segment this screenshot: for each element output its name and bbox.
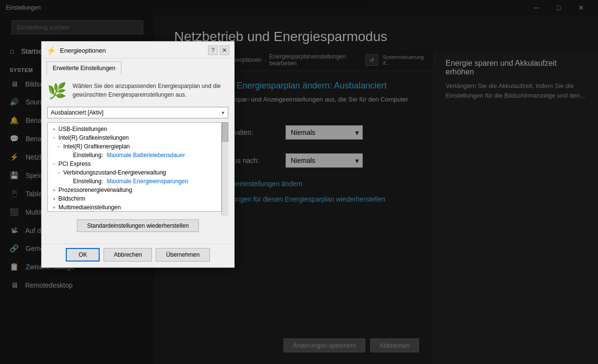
tree-scrollbar[interactable] [222,122,228,216]
dialog-tab-advanced[interactable]: Erweiterte Einstellungen [46,61,121,75]
tree-expand-screen: + [53,196,56,202]
dialog-intro-text: Wählen Sie den anzupassenden Energiespar… [73,82,228,99]
dialog-body: 🌿 Wählen Sie den anzupassenden Energiesp… [42,75,234,244]
dialog-tree-container: + USB-Einstellungen − Intel(R) Grafikein… [47,122,228,216]
dialog-help-button[interactable]: ? [208,45,218,55]
tree-item-pci: − PCI Express [48,160,221,168]
tree-setting-label-savings: Einstellung: [73,178,105,185]
dialog-apply-button[interactable]: Übernehmen [156,248,209,262]
tree-label-intel: Intel(R) Grafikeinstellungen [59,134,129,141]
dialog-overlay: ⚡ Energieoptionen ? ✕ Erweiterte Einstel… [0,0,598,364]
tree-scrollbar-thumb [222,122,228,142]
dialog-footer: OK Abbrechen Übernehmen [42,244,234,267]
dialog-title-buttons: ? ✕ [208,45,229,55]
dialog-close-button[interactable]: ✕ [220,45,229,55]
tree-expand-intel-plan: − [58,144,60,149]
tree-item-battery-life: Einstellung: Maximale Batterielebensdaue… [48,151,221,160]
tree-item-usb: + USB-Einstellungen [48,125,221,133]
tree-item-multimedia: + Multimediaeinstellungen [48,203,221,212]
dialog-title-left: ⚡ Energieoptionen [46,46,106,55]
tree-setting-label-battery: Einstellung: [73,152,105,159]
dialog-ok-button[interactable]: OK [66,248,100,262]
dialog-intro: 🌿 Wählen Sie den anzupassenden Energiesp… [47,82,228,100]
tree-label-usb: USB-Einstellungen [59,126,107,132]
dialog-plan-dropdown-wrapper: Ausbalanciert [Aktiv] [47,107,228,118]
tree-label-screen: Bildschirm [59,195,85,202]
dialog-tab-bar: Erweiterte Einstellungen [42,58,234,75]
dialog-app-icon: ⚡ [46,46,56,55]
tree-item-screen: + Bildschirm [48,194,221,203]
tree-label-multimedia: Multimediaeinstellungen [59,204,121,211]
tree-item-intel-graphics: − Intel(R) Grafikeinstellungen [48,133,221,142]
dialog-titlebar: ⚡ Energieoptionen ? ✕ [42,42,234,58]
dialog-cancel-button[interactable]: Abbrechen [104,248,152,262]
tree-setting-value-battery: Maximale Batterielebensdauer [106,152,185,159]
dialog-intro-icon: 🌿 [47,82,67,100]
tree-item-link-state: − Verbindungszustand-Energieverwaltung [48,168,221,177]
restore-defaults-button[interactable]: Standardeinstellungen wiederherstellen [77,219,199,232]
tree-label-link-state: Verbindungszustand-Energieverwaltung [63,169,166,176]
tree-label-processor: Prozessorenergieverwaltung [59,187,132,193]
dialog-tree[interactable]: + USB-Einstellungen − Intel(R) Grafikein… [47,122,222,212]
tree-expand-intel: − [53,135,56,141]
tree-label-intel-plan: Intel(R) Grafikenergieplan [63,143,130,150]
dialog-title-text: Energieoptionen [60,47,106,54]
dialog-plan-select[interactable]: Ausbalanciert [Aktiv] [47,107,228,118]
tree-expand-usb: + [53,127,56,132]
tree-expand-pci: − [53,161,56,167]
tree-label-pci: PCI Express [59,160,91,167]
tree-item-max-savings: Einstellung: Maximale Energieeinsparunge… [48,177,221,186]
tree-setting-value-savings: Maximale Energieeinsparungen [106,178,188,185]
tree-expand-link-state: − [58,170,60,175]
tree-item-processor: + Prozessorenergieverwaltung [48,186,221,194]
energieoptions-dialog: ⚡ Energieoptionen ? ✕ Erweiterte Einstel… [41,41,235,268]
tree-expand-multimedia: + [53,205,56,210]
tree-item-intel-plan: − Intel(R) Grafikenergieplan [48,142,221,151]
dialog-plan-select-row: Ausbalanciert [Aktiv] [47,107,228,118]
tree-expand-processor: + [53,188,56,193]
